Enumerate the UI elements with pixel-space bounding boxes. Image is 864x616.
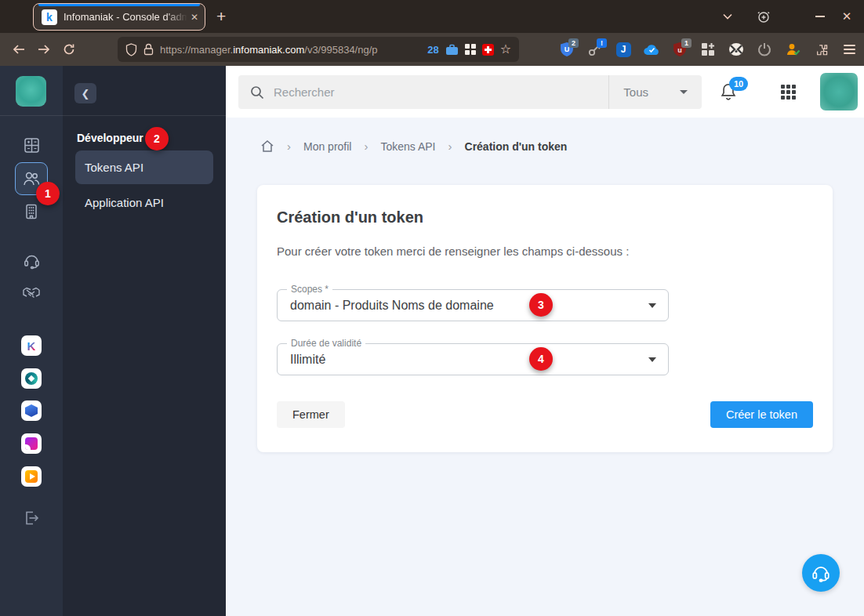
notifications-bell-icon[interactable]: 10 [718,82,740,103]
reload-icon[interactable] [56,37,82,62]
annotation-badge-3: 3 [529,293,553,317]
browser-tab[interactable]: k Infomaniak - Console d'adm ✕ [33,3,205,31]
privacy-badger-extension-icon[interactable] [728,41,745,58]
titlebar: k Infomaniak - Console d'adm ✕ + ✕ [0,0,864,33]
primary-sidebar: K [0,66,63,616]
kdrive-app-icon[interactable] [21,368,42,389]
site-header: Tous 10 [226,66,864,118]
scopes-select[interactable]: Scopes * domain - Produits Noms de domai… [277,289,669,321]
extension-toolbar: U 2 ! J u 1 [558,33,858,66]
ublock-extension-icon[interactable]: u 1 [671,41,688,58]
logout-icon[interactable] [0,509,63,527]
minimize-button[interactable] [811,7,830,26]
card-title: Création d'un token [277,208,423,226]
search-input[interactable] [274,85,608,99]
support-fab[interactable] [802,554,840,592]
breadcrumb-current: Création d'un token [465,140,568,153]
select-caret-icon [648,303,656,308]
forward-icon[interactable] [31,37,56,62]
tab-title: Infomaniak - Console d'adm [64,11,187,23]
search-icon [250,85,264,100]
kmeet-app-icon[interactable] [21,433,42,454]
apps-grid-icon[interactable] [781,85,796,100]
headset-icon [811,563,831,583]
sidebar-item-application-api[interactable]: Application API [75,186,213,219]
new-tab-button[interactable]: + [216,5,226,28]
window-close-button[interactable]: ✕ [837,7,856,26]
kchat-app-icon[interactable] [21,400,42,421]
secondary-sidebar: ❮ Développeur Tokens API Application API [63,66,226,616]
scopes-value: domain - Produits Noms de domaine [290,290,494,321]
tab-list-chevron-icon[interactable] [718,7,737,26]
power-extension-icon[interactable] [756,41,773,58]
home-icon[interactable] [260,140,274,153]
breadcrumb-tokens-api[interactable]: Tokens API [380,140,435,153]
breadcrumb-separator: › [364,140,368,153]
url-bar[interactable]: https://manager.infomaniak.com/v3/995834… [118,37,519,62]
search-bar[interactable]: Tous [238,75,702,109]
chevron-down-icon [680,90,688,94]
tracking-shield-icon[interactable] [125,43,137,56]
extensions-puzzle-icon[interactable] [812,41,830,58]
ksuite-app-icon[interactable]: K [21,335,42,356]
organization-avatar[interactable] [16,76,46,107]
breadcrumb-separator: › [448,140,452,153]
back-icon[interactable] [6,37,31,62]
bookmark-star-icon[interactable]: ☆ [500,43,511,56]
card-description: Pour créer votre token merci de renseign… [277,245,629,258]
annotation-badge-2: 2 [145,127,169,150]
create-token-button[interactable]: Créer le token [710,401,813,428]
user-avatar[interactable] [820,73,858,111]
search-filter-dropdown[interactable]: Tous [608,75,702,109]
breadcrumb-mon-profil[interactable]: Mon profil [303,140,351,153]
browser-window: k Infomaniak - Console d'adm ✕ + ✕ [0,0,864,616]
lock-icon[interactable] [143,43,154,56]
split-view-icon[interactable] [465,44,476,55]
breadcrumb-separator: › [287,140,291,153]
partnership-handshake-icon[interactable] [0,286,63,300]
annotation-badge-4: 4 [529,347,553,371]
cloud-extension-icon[interactable] [643,41,660,58]
sidebar-collapse-button[interactable]: ❮ [74,83,96,103]
swiss-flag-icon[interactable] [482,44,494,56]
tab-counter-badge[interactable]: 28 [427,44,438,56]
vod-app-icon[interactable] [21,466,42,487]
organization-building-icon[interactable] [0,203,63,220]
support-headset-icon[interactable] [0,252,63,270]
select-caret-icon [648,357,656,362]
briefcase-icon[interactable] [445,44,459,56]
tab-close-icon[interactable]: ✕ [191,12,198,23]
token-creation-card: Création d'un token Pour créer votre tok… [257,185,833,452]
annotation-badge-1: 1 [36,182,60,205]
account-profile-icon[interactable] [784,41,801,58]
alarm-clock-extension-icon[interactable] [754,7,773,26]
sidebar-item-tokens-api[interactable]: Tokens API [75,150,213,184]
grid-plus-extension-icon[interactable] [699,41,717,58]
blue-shield-extension-icon[interactable]: U 2 [558,41,575,58]
products-icon[interactable] [0,136,63,154]
section-title: Développeur [77,132,143,144]
joplin-extension-icon[interactable]: J [615,41,632,58]
breadcrumb: › Mon profil › Tokens API › Création d'u… [260,140,567,153]
key-extension-icon[interactable]: ! [586,41,604,58]
search-filter-value: Tous [623,85,648,99]
validity-value: Illimité [290,344,325,375]
close-button[interactable]: Fermer [277,401,345,428]
notification-count-badge: 10 [729,77,748,91]
active-tab-indicator [38,4,200,6]
validity-select[interactable]: Durée de validité Illimité [277,343,669,375]
menu-hamburger-icon[interactable] [840,41,858,58]
url-text: https://manager.infomaniak.com/v3/995834… [160,44,421,56]
infomaniak-favicon: k [42,9,57,25]
